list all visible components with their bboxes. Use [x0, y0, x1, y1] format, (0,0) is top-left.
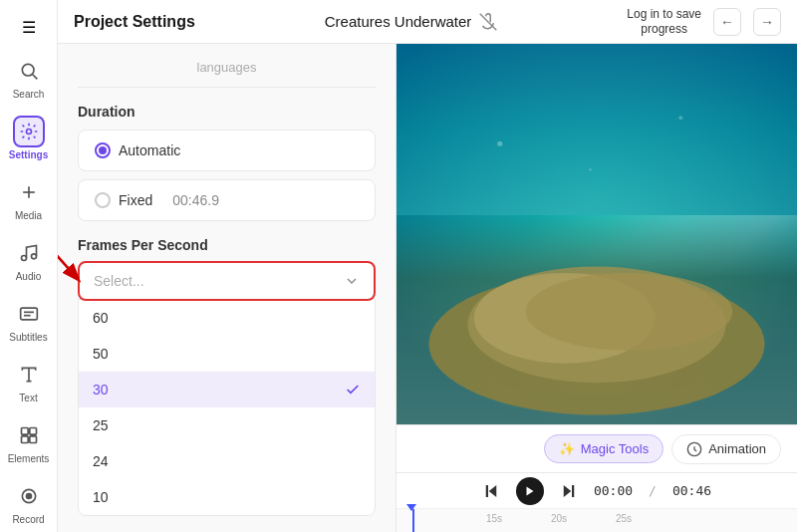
svg-point-27 [589, 168, 592, 171]
duration-section-label: Duration [78, 104, 376, 120]
sidebar: ☰ Search Settings Media [0, 0, 58, 532]
media-icon-wrap [13, 176, 45, 208]
login-button[interactable]: Log in to save progress [627, 7, 701, 36]
magic-tools-label: Magic Tools [581, 441, 649, 456]
svg-marker-29 [489, 485, 497, 497]
fps-option-50[interactable]: 50 [79, 336, 375, 372]
check-icon [345, 382, 361, 398]
fps-24-label: 24 [93, 453, 109, 469]
sidebar-item-elements-label: Elements [8, 453, 50, 464]
sidebar-item-media-label: Media [15, 210, 42, 221]
arrow-area: Select... [78, 261, 376, 301]
svg-rect-7 [20, 308, 37, 320]
play-icon [524, 485, 536, 497]
sidebar-item-media[interactable]: Media [0, 168, 57, 229]
svg-marker-31 [526, 486, 533, 495]
fixed-radio[interactable] [95, 192, 111, 208]
automatic-option[interactable]: Automatic [78, 130, 376, 171]
fast-forward-icon [560, 482, 578, 500]
svg-rect-15 [29, 436, 36, 443]
timeline-needle [412, 509, 414, 532]
automatic-label: Automatic [119, 142, 180, 158]
fps-30-label: 30 [93, 382, 109, 398]
project-name: Creatures Underwater [325, 13, 472, 30]
hamburger-icon: ☰ [22, 18, 36, 37]
subtitles-icon-wrap [13, 298, 45, 330]
svg-line-18 [480, 13, 497, 30]
sidebar-item-text[interactable]: Text [0, 351, 57, 411]
fps-option-24[interactable]: 24 [79, 443, 375, 479]
topbar-center: Creatures Underwater [195, 13, 627, 31]
preview-image [397, 44, 797, 424]
settings-icon-wrap [13, 116, 45, 147]
rewind-icon [482, 482, 500, 500]
automatic-radio[interactable] [95, 142, 111, 158]
sidebar-item-subtitles[interactable]: Subtitles [0, 290, 57, 351]
chevron-down-icon [344, 273, 360, 289]
svg-line-1 [32, 75, 37, 80]
fps-select-placeholder: Select... [94, 273, 144, 289]
left-panel: languages Duration Automatic Fixed 00:46… [58, 44, 397, 532]
sidebar-item-search[interactable]: Search [0, 47, 57, 108]
svg-point-5 [21, 256, 26, 261]
text-icon-wrap [13, 359, 45, 391]
fixed-value: 00:46.9 [172, 192, 219, 208]
svg-rect-12 [21, 428, 28, 435]
rewind-button[interactable] [482, 482, 500, 500]
topbar: Project Settings Creatures Underwater Lo… [58, 0, 797, 44]
search-icon-wrap [13, 55, 45, 87]
fps-25-label: 25 [93, 417, 109, 433]
sidebar-item-record-label: Record [12, 514, 44, 525]
panel-content: languages Duration Automatic Fixed 00:46… [58, 44, 396, 532]
magic-tools-button[interactable]: ✨ Magic Tools [544, 434, 664, 463]
svg-rect-13 [29, 428, 36, 435]
needle-head [406, 504, 416, 511]
fixed-option[interactable]: Fixed 00:46.9 [78, 179, 376, 221]
sidebar-item-settings[interactable]: Settings [0, 108, 57, 168]
record-icon-wrap [13, 480, 45, 512]
svg-marker-32 [564, 485, 572, 497]
fps-dropdown-list: 60 50 30 25 24 [78, 299, 376, 516]
svg-point-6 [31, 254, 36, 259]
ruler-marker-15s: 15s [486, 513, 502, 524]
fps-option-60[interactable]: 60 [79, 300, 375, 336]
right-panel: ✨ Magic Tools Animation [397, 44, 797, 532]
svg-point-17 [26, 494, 31, 499]
coral-svg [397, 44, 797, 424]
fps-option-25[interactable]: 25 [79, 407, 375, 443]
page-title: Project Settings [74, 13, 195, 31]
forward-button[interactable]: → [753, 8, 781, 36]
fps-label: Frames Per Second [78, 237, 376, 253]
mute-icon[interactable] [479, 13, 497, 31]
sidebar-item-elements[interactable]: Elements [0, 411, 57, 472]
fps-option-10[interactable]: 10 [79, 479, 375, 515]
fps-10-label: 10 [93, 489, 109, 505]
sidebar-item-settings-label: Settings [9, 149, 48, 160]
svg-point-2 [26, 130, 31, 134]
timeline: 00:00 / 00:46 15s 20s 25s [397, 472, 797, 532]
total-time: 00:46 [672, 483, 711, 498]
svg-rect-33 [572, 485, 574, 497]
fps-select[interactable]: Select... [78, 261, 376, 301]
timeline-controls: 00:00 / 00:46 [397, 473, 797, 509]
menu-icon-button[interactable]: ☰ [0, 8, 57, 47]
svg-point-24 [526, 273, 732, 351]
fast-forward-button[interactable] [560, 482, 578, 500]
animation-button[interactable]: Animation [671, 434, 781, 464]
back-button[interactable]: ← [713, 8, 741, 36]
svg-line-19 [58, 243, 78, 279]
elements-icon-wrap [13, 419, 45, 451]
preview-toolbar: ✨ Magic Tools Animation [397, 424, 797, 472]
svg-rect-14 [21, 436, 28, 443]
content-row: languages Duration Automatic Fixed 00:46… [58, 44, 797, 532]
arrow-indicator-svg [58, 233, 96, 293]
svg-point-25 [497, 141, 502, 146]
play-button[interactable] [516, 477, 544, 505]
sidebar-item-record[interactable]: Record [0, 472, 57, 532]
languages-label: languages [78, 60, 376, 88]
fps-option-30[interactable]: 30 [79, 372, 375, 407]
svg-rect-30 [486, 485, 488, 497]
fps-60-label: 60 [93, 310, 109, 326]
sidebar-item-audio[interactable]: Audio [0, 229, 57, 290]
timeline-ruler[interactable]: 15s 20s 25s [397, 509, 797, 532]
